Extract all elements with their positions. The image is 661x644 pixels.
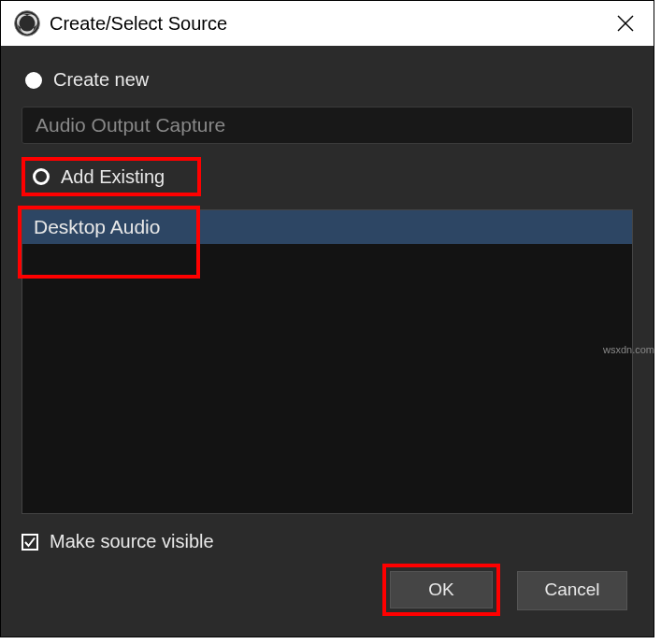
radio-icon <box>33 168 50 185</box>
watermark: wsxdn.com <box>603 344 654 355</box>
create-new-radio[interactable]: Create new <box>22 66 633 93</box>
dialog-title: Create/Select Source <box>50 13 607 35</box>
add-existing-label: Add Existing <box>61 166 165 188</box>
dialog-window: Create/Select Source Create new Audio Ou… <box>0 0 654 637</box>
obs-icon <box>14 10 40 36</box>
add-existing-radio[interactable]: Add Existing <box>29 164 168 191</box>
create-new-label: Create new <box>53 69 149 91</box>
existing-sources-container: Desktop Audio <box>22 209 633 514</box>
cancel-button[interactable]: Cancel <box>517 571 627 610</box>
list-item[interactable]: Desktop Audio <box>22 210 632 244</box>
checkmark-icon <box>24 537 36 548</box>
checkbox-icon <box>22 534 38 551</box>
dialog-content: Create new Audio Output Capture Add Exis… <box>1 46 654 637</box>
ok-button[interactable]: OK <box>390 571 493 608</box>
radio-icon <box>25 72 42 89</box>
close-button[interactable] <box>607 5 644 42</box>
source-name-input[interactable]: Audio Output Capture <box>22 107 633 144</box>
source-name-placeholder: Audio Output Capture <box>36 114 225 136</box>
highlight-annotation: OK <box>382 564 500 616</box>
list-item-label: Desktop Audio <box>34 216 160 237</box>
close-icon <box>617 15 634 32</box>
make-visible-checkbox[interactable]: Make source visible <box>22 531 633 552</box>
highlight-annotation: Add Existing <box>22 157 201 196</box>
existing-sources-list[interactable]: Desktop Audio <box>22 209 633 514</box>
make-visible-label: Make source visible <box>50 531 214 552</box>
button-row: OK Cancel <box>22 564 633 616</box>
titlebar: Create/Select Source <box>1 1 654 46</box>
